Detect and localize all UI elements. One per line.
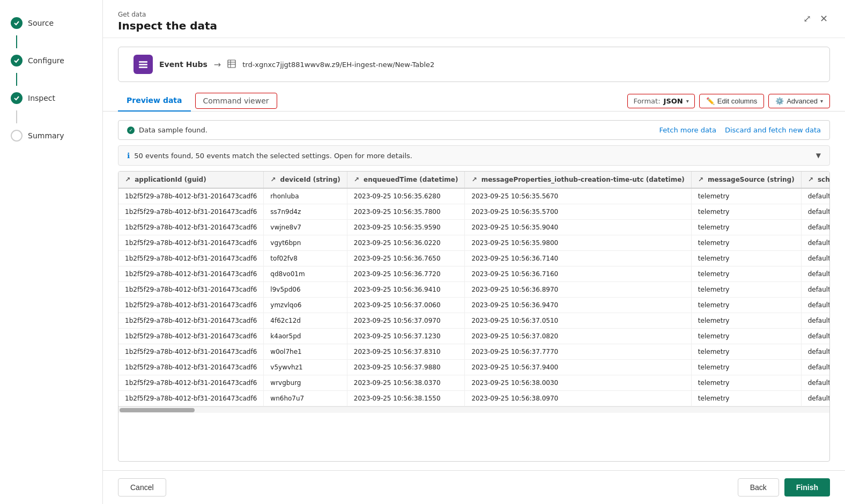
cell-r1-c3: 2023-09-25 10:56:35.5700 (465, 204, 691, 220)
col-header-messageProps[interactable]: ↗ messageProperties_iothub-creation-time… (465, 172, 691, 188)
tab-command[interactable]: Command viewer (195, 93, 277, 109)
cell-r10-c2: 2023-09-25 10:56:37.8310 (347, 344, 465, 360)
cell-r8-c5: default@v1 (801, 313, 830, 329)
cell-r8-c1: 4f62c12d (264, 313, 347, 329)
edit-columns-button[interactable]: ✏️ Edit columns (699, 94, 764, 108)
cell-r7-c1: ymzvlqo6 (264, 298, 347, 313)
cell-r6-c1: l9v5pd06 (264, 282, 347, 298)
col-header-deviceId[interactable]: ↗ deviceId (string) (264, 172, 347, 188)
col-header-applicationId[interactable]: ↗ applicationId (guid) (118, 172, 264, 188)
cell-r0-c5: default@v1 (801, 188, 830, 204)
cell-r12-c1: wrvgburg (264, 375, 347, 391)
cell-r0-c4: telemetry (691, 188, 801, 204)
col-header-schema[interactable]: ↗ schema (string) (801, 172, 830, 188)
sidebar: Source Configure Inspect Summary (0, 0, 103, 504)
cell-r2-c4: telemetry (691, 220, 801, 235)
col-icon-enqueuedTime: ↗ (354, 176, 359, 183)
table-row: 1b2f5f29-a78b-4012-bf31-2016473cadf6wn6h… (118, 391, 830, 406)
fetch-more-link[interactable]: Fetch more data (659, 126, 716, 134)
sidebar-item-configure[interactable]: Configure (0, 48, 102, 73)
cancel-button[interactable]: Cancel (118, 478, 166, 496)
col-icon-applicationId: ↗ (125, 176, 130, 183)
footer: Cancel Back Finish (103, 470, 845, 504)
cell-r13-c5: default@v1 (801, 391, 830, 406)
cell-r7-c4: telemetry (691, 298, 801, 313)
cell-r6-c2: 2023-09-25 10:56:36.9410 (347, 282, 465, 298)
step-circle-summary (11, 130, 23, 142)
arrow-icon: → (214, 60, 221, 70)
sidebar-item-inspect[interactable]: Inspect (0, 86, 102, 110)
sidebar-label-summary: Summary (28, 131, 64, 140)
sidebar-item-source[interactable]: Source (0, 11, 102, 35)
cell-r9-c4: telemetry (691, 329, 801, 344)
finish-button[interactable]: Finish (784, 478, 830, 496)
cell-r12-c3: 2023-09-25 10:56:38.0030 (465, 375, 691, 391)
status-left: ✓ Data sample found. (127, 126, 207, 134)
cell-r2-c2: 2023-09-25 10:56:35.9590 (347, 220, 465, 235)
format-dropdown-icon: ▾ (686, 98, 689, 104)
svg-rect-0 (139, 61, 147, 63)
cell-r2-c1: vwjne8v7 (264, 220, 347, 235)
info-text: 50 events found, 50 events match the sel… (134, 152, 412, 160)
table-row: 1b2f5f29-a78b-4012-bf31-2016473cadf6tof0… (118, 251, 830, 266)
col-label-schema: schema (string) (818, 176, 830, 183)
cell-r7-c3: 2023-09-25 10:56:36.9470 (465, 298, 691, 313)
discard-fetch-link[interactable]: Discard and fetch new data (725, 126, 821, 134)
col-icon-deviceId: ↗ (270, 176, 276, 183)
cell-r5-c1: qd8vo01m (264, 266, 347, 282)
cell-r11-c2: 2023-09-25 10:56:37.9880 (347, 360, 465, 375)
content-area: ✓ Data sample found. Fetch more data Dis… (103, 112, 845, 470)
format-selector[interactable]: Format: JSON ▾ (627, 94, 694, 108)
cell-r6-c4: telemetry (691, 282, 801, 298)
cell-r9-c0: 1b2f5f29-a78b-4012-bf31-2016473cadf6 (118, 329, 264, 344)
close-button[interactable]: ✕ (818, 11, 830, 27)
cell-r0-c2: 2023-09-25 10:56:35.6280 (347, 188, 465, 204)
cell-r7-c2: 2023-09-25 10:56:37.0060 (347, 298, 465, 313)
status-text: Data sample found. (139, 126, 207, 134)
horizontal-scrollbar[interactable] (118, 406, 829, 413)
svg-rect-1 (139, 64, 147, 65)
advanced-button[interactable]: ⚙️ Advanced ▾ (768, 94, 830, 108)
cell-r11-c3: 2023-09-25 10:56:37.9400 (465, 360, 691, 375)
data-table: ↗ applicationId (guid) ↗ deviceId (strin… (118, 172, 830, 406)
info-chevron-icon[interactable]: ▼ (816, 152, 821, 159)
connector-1 (16, 35, 17, 48)
format-value: JSON (664, 97, 683, 105)
table-row: 1b2f5f29-a78b-4012-bf31-2016473cadf6vgyt… (118, 235, 830, 251)
cell-r5-c0: 1b2f5f29-a78b-4012-bf31-2016473cadf6 (118, 266, 264, 282)
sidebar-item-summary[interactable]: Summary (0, 123, 102, 148)
cell-r1-c1: ss7n9d4z (264, 204, 347, 220)
step-circle-configure (11, 55, 23, 66)
col-label-messageSource: messageSource (string) (708, 176, 795, 183)
svg-rect-2 (139, 66, 147, 68)
col-header-messageSource[interactable]: ↗ messageSource (string) (691, 172, 801, 188)
cell-r3-c5: default@v1 (801, 235, 830, 251)
cell-r6-c5: default@v1 (801, 282, 830, 298)
modal-title: Inspect the data (118, 19, 217, 32)
table-row: 1b2f5f29-a78b-4012-bf31-2016473cadf6k4ao… (118, 329, 830, 344)
format-label: Format: (633, 97, 660, 105)
footer-right: Back Finish (738, 478, 830, 496)
col-header-enqueuedTime[interactable]: ↗ enqueuedTime (datetime) (347, 172, 465, 188)
cell-r12-c0: 1b2f5f29-a78b-4012-bf31-2016473cadf6 (118, 375, 264, 391)
cell-r0-c0: 1b2f5f29-a78b-4012-bf31-2016473cadf6 (118, 188, 264, 204)
cell-r10-c5: default@v1 (801, 344, 830, 360)
cell-r13-c3: 2023-09-25 10:56:38.0970 (465, 391, 691, 406)
back-button[interactable]: Back (738, 478, 779, 496)
expand-button[interactable]: ⤢ (801, 11, 813, 27)
edit-columns-label: Edit columns (717, 97, 757, 105)
table-header-row: ↗ applicationId (guid) ↗ deviceId (strin… (118, 172, 830, 188)
cell-r4-c5: default@v1 (801, 251, 830, 266)
cell-r6-c3: 2023-09-25 10:56:36.8970 (465, 282, 691, 298)
tab-preview[interactable]: Preview data (118, 91, 191, 112)
cell-r13-c2: 2023-09-25 10:56:38.1550 (347, 391, 465, 406)
gear-icon: ⚙️ (775, 97, 784, 105)
cell-r0-c1: rhonluba (264, 188, 347, 204)
col-icon-messageSource: ↗ (698, 176, 703, 183)
scrollbar-thumb[interactable] (120, 408, 195, 412)
data-table-wrapper: ↗ applicationId (guid) ↗ deviceId (strin… (118, 171, 830, 462)
info-left: ℹ 50 events found, 50 events match the s… (127, 151, 412, 160)
table-row: 1b2f5f29-a78b-4012-bf31-2016473cadf6rhon… (118, 188, 830, 204)
col-label-deviceId: deviceId (string) (280, 176, 340, 183)
cell-r5-c2: 2023-09-25 10:56:36.7720 (347, 266, 465, 282)
